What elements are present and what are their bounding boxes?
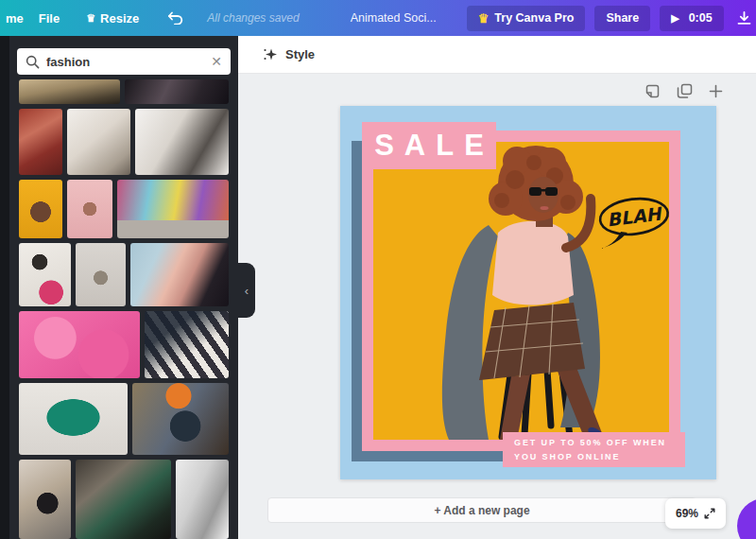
undo-icon: [167, 11, 184, 25]
promo-text-element[interactable]: GET UP TO 50% OFF WHEN YOU SHOP ONLINE: [503, 432, 685, 467]
try-canva-pro-button[interactable]: ♛ Try Canva Pro: [467, 6, 586, 31]
sparkle-icon: [263, 47, 278, 62]
plaid-skirt: [479, 303, 585, 380]
photo-frame-element[interactable]: BLAH: [362, 130, 680, 451]
bubble-tail: [600, 232, 627, 249]
photo-thumbnail-pink-dancer[interactable]: [67, 180, 112, 238]
photo-grid: [19, 79, 229, 539]
save-status: All changes saved: [207, 11, 299, 25]
photo-thumbnail-pink-feathers[interactable]: [19, 311, 140, 378]
crown-icon: ♛: [478, 12, 490, 25]
photo-row: [19, 383, 229, 455]
lips: [541, 206, 549, 210]
play-time: 0:05: [689, 11, 713, 25]
canvas-body: BLAH SALE GET UP TO 50% OFF WHEN YOU SHO…: [238, 74, 756, 539]
design-page[interactable]: BLAH SALE GET UP TO 50% OFF WHEN YOU SHO…: [340, 106, 716, 479]
blah-speech-bubble[interactable]: BLAH: [596, 195, 676, 250]
undo-button[interactable]: [167, 11, 184, 25]
photo-row: [19, 109, 229, 175]
photo-thumbnail-polka-dress-orange-smoke[interactable]: [132, 383, 229, 455]
photo-row: [19, 311, 229, 378]
download-button[interactable]: [735, 10, 753, 26]
top-bar: me File ♛ Resize All changes saved Anima…: [0, 0, 756, 36]
sale-text-element[interactable]: SALE: [362, 122, 496, 169]
photo-thumbnail-flatlay-white-jacket[interactable]: [135, 109, 229, 175]
search-input[interactable]: [46, 55, 204, 69]
photo-row: [19, 460, 229, 539]
photo-thumbnail-teal-dress[interactable]: [19, 383, 128, 455]
media-search-panel: ✕: [0, 36, 238, 539]
resize-menu-label: Resize: [100, 11, 139, 26]
download-tray-icon: [735, 10, 753, 26]
style-button[interactable]: Style: [285, 47, 315, 61]
chevron-left-icon: ‹: [245, 284, 249, 298]
help-button[interactable]: ?: [737, 498, 756, 539]
zoom-control: 69%: [665, 498, 726, 529]
photo-thumbnail-white-wall-person[interactable]: [76, 243, 126, 305]
play-icon: ▶: [671, 12, 679, 25]
photo-thumbnail-flatlay-pink-flowers[interactable]: [19, 243, 71, 305]
crown-icon: ♛: [86, 13, 95, 24]
add-new-page-button[interactable]: + Add a new page: [267, 497, 696, 523]
sidebar-rail: [0, 36, 9, 539]
duplicate-page-icon[interactable]: [677, 83, 693, 99]
canvas-area: Style: [238, 36, 756, 539]
add-page-icon[interactable]: [709, 84, 723, 98]
document-title[interactable]: Animated Soci...: [351, 11, 437, 25]
photo-row: [19, 180, 229, 238]
fullscreen-icon[interactable]: [704, 508, 715, 519]
home-menu[interactable]: me: [0, 11, 24, 26]
photo-thumbnail-street-black-outfit[interactable]: [19, 460, 71, 539]
photo-thumbnail-red-fashion-women[interactable]: [19, 109, 62, 175]
collapse-panel-button[interactable]: ‹: [238, 263, 255, 318]
canva-editor: me File ♛ Resize All changes saved Anima…: [0, 0, 756, 539]
resize-menu[interactable]: ♛ Resize: [86, 11, 139, 26]
fashion-model-photo[interactable]: [373, 142, 669, 440]
share-label: Share: [606, 11, 639, 25]
promo-line-2: YOU SHOP ONLINE: [514, 450, 678, 464]
show-notes-icon[interactable]: [644, 83, 661, 99]
search-icon: [26, 55, 40, 69]
photo-row: [19, 79, 229, 104]
page-actions: [644, 83, 723, 99]
photo-thumbnail-street-crowd[interactable]: [19, 79, 120, 104]
sale-text: SALE: [364, 129, 494, 163]
clear-search-icon[interactable]: ✕: [211, 54, 222, 69]
promo-line-1: GET UP TO 50% OFF WHEN: [514, 436, 678, 450]
share-button[interactable]: Share: [594, 6, 650, 31]
photo-thumbnail-striped-bag[interactable]: [145, 311, 229, 378]
photo-thumbnail-graffiti-boots[interactable]: [117, 180, 229, 238]
pink-sweater: [492, 221, 574, 305]
photo-row: [19, 243, 229, 305]
add-new-page-label: + Add a new page: [434, 504, 529, 517]
file-menu[interactable]: File: [39, 11, 60, 26]
photo-thumbnail-yellow-model[interactable]: [19, 180, 62, 238]
photo-thumbnail-jacket-watch-closeup[interactable]: [130, 243, 229, 305]
photo-thumbnail-flatlay-shoes-hat[interactable]: [67, 109, 130, 175]
try-canva-pro-label: Try Canva Pro: [494, 11, 574, 25]
canvas-toolbar: Style: [238, 36, 756, 74]
photo-thumbnail-bw-man-chair[interactable]: [176, 460, 229, 539]
photo-thumbnail-dark-clothing[interactable]: [125, 79, 229, 104]
play-preview-button[interactable]: ▶ 0:05: [660, 6, 724, 31]
photo-thumbnail-green-floral-shadow[interactable]: [76, 460, 171, 539]
zoom-level[interactable]: 69%: [676, 507, 698, 520]
search-box: ✕: [17, 48, 231, 75]
